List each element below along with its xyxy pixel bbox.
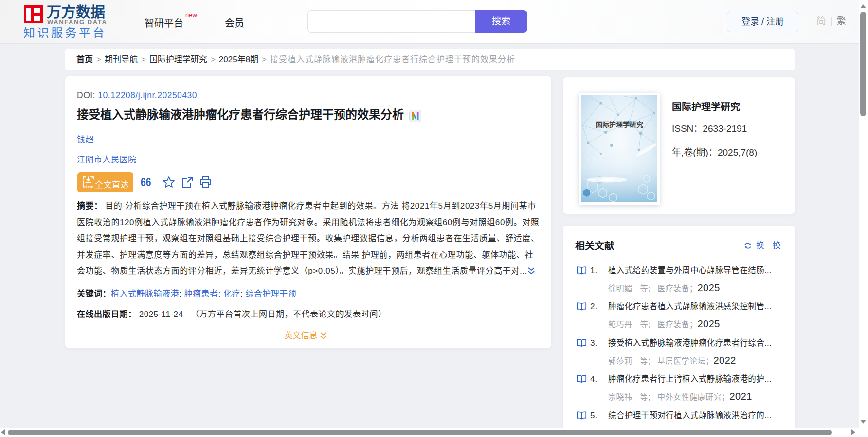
svg-text:free: free <box>86 184 93 189</box>
svg-text:国际护理学研究: 国际护理学研究 <box>596 121 643 128</box>
